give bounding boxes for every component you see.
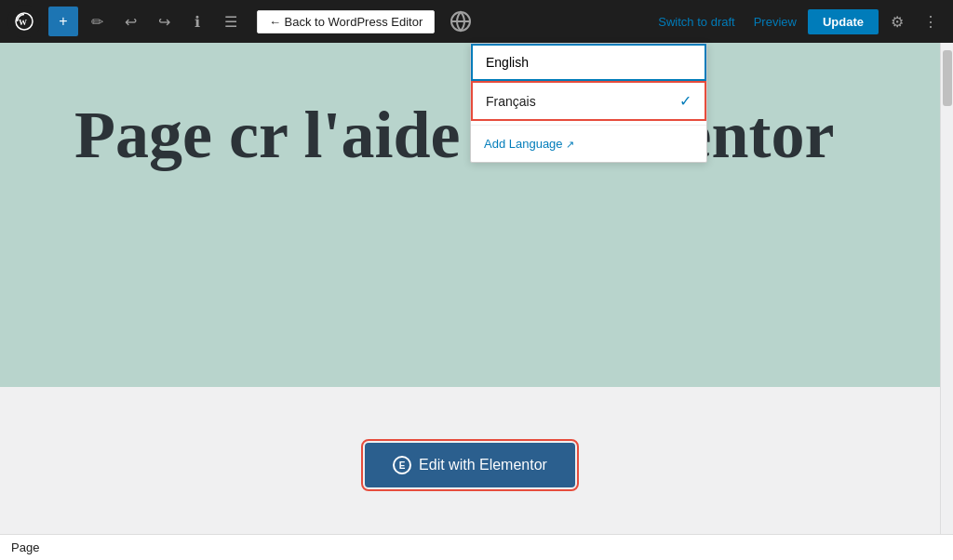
redo-icon: ↪ [158,13,170,31]
scrollbar-thumb[interactable] [943,50,952,106]
back-to-wordpress-button[interactable]: ← Back to WordPress Editor [257,10,435,33]
english-language-option[interactable]: English [471,44,706,81]
page-below-section: E Edit with Elementor [0,387,940,543]
francais-label: Français [486,94,536,109]
check-icon: ✓ [679,92,691,110]
hero-text: Page cr l'aide d'Elementor [74,99,835,172]
add-language-link[interactable]: Add Language [471,129,706,162]
pencil-icon: ✏ [91,13,103,31]
more-icon: ⋮ [923,13,938,31]
language-dropdown: English Français ✓ Add Language [470,43,707,163]
edit-with-elementor-button[interactable]: E Edit with Elementor [365,443,575,487]
undo-icon: ↩ [125,13,137,31]
scrollbar[interactable] [940,43,953,560]
redo-button[interactable]: ↪ [149,7,179,36]
english-label: English [486,55,529,70]
update-label: Update [823,15,864,29]
undo-button[interactable]: ↩ [115,7,145,36]
language-selector-wrapper [446,7,476,36]
more-options-button[interactable]: ⋮ [916,7,946,36]
page-status-label: Page [11,540,39,554]
status-bar: Page [0,534,953,560]
elementor-icon: E [393,456,411,474]
wp-logo: W [7,5,41,38]
back-button-label: ← Back to WordPress Editor [269,15,423,29]
update-button[interactable]: Update [808,9,879,34]
toolbar: W + ✏ ↩ ↪ ℹ ☰ ← Back to WordPress Editor… [0,0,953,43]
edit-elementor-label: Edit with Elementor [419,457,547,473]
language-divider [471,125,706,126]
list-icon: ☰ [224,13,237,31]
switch-draft-button[interactable]: Switch to draft [651,11,742,33]
add-language-label: Add Language [484,137,563,151]
pencil-button[interactable]: ✏ [82,7,112,36]
gear-icon: ⚙ [891,13,904,31]
add-button[interactable]: + [48,7,78,36]
francais-language-option[interactable]: Français ✓ [471,81,706,121]
language-trigger-button[interactable] [446,7,476,36]
info-button[interactable]: ℹ [182,7,212,36]
preview-button[interactable]: Preview [746,11,804,33]
switch-draft-label: Switch to draft [658,15,734,29]
plus-icon: + [59,13,67,30]
settings-button[interactable]: ⚙ [882,7,912,36]
list-button[interactable]: ☰ [216,7,246,36]
info-icon: ℹ [195,13,200,31]
preview-label: Preview [754,15,797,29]
svg-text:W: W [19,18,27,27]
